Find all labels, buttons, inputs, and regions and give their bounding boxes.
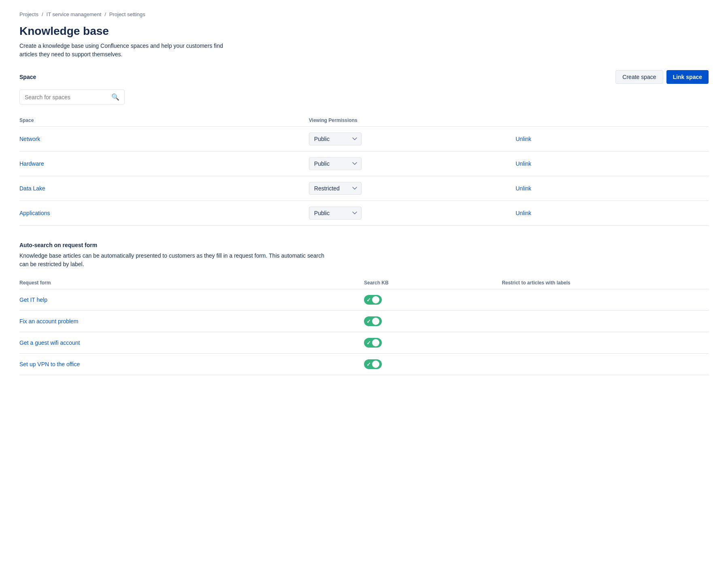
table-row: Get IT help✓ xyxy=(19,289,709,311)
table-row: HardwarePublicRestrictedUnlink xyxy=(19,152,709,176)
permission-select-0[interactable]: PublicRestricted xyxy=(309,132,362,145)
request-form-link-1[interactable]: Fix an account problem xyxy=(19,318,79,325)
space-link-applications[interactable]: Applications xyxy=(19,210,50,216)
create-space-button[interactable]: Create space xyxy=(615,70,663,84)
col-header-actions xyxy=(515,114,709,127)
restrict-labels-2 xyxy=(502,332,709,354)
permission-select-3[interactable]: PublicRestricted xyxy=(309,207,362,220)
unlink-button-2[interactable]: Unlink xyxy=(515,185,531,192)
space-link-hardware[interactable]: Hardware xyxy=(19,160,44,167)
restrict-labels-1 xyxy=(502,311,709,332)
breadcrumb-projects[interactable]: Projects xyxy=(19,11,38,17)
page-description: Create a knowledge base using Confluence… xyxy=(19,42,230,59)
col2-header-restrict: Restrict to articles with labels xyxy=(502,277,709,289)
permission-select-2[interactable]: PublicRestricted xyxy=(309,182,362,195)
breadcrumb: Projects / IT service management / Proje… xyxy=(19,11,709,17)
col2-header-search-kb: Search KB xyxy=(364,277,502,289)
col2-header-form: Request form xyxy=(19,277,364,289)
col-header-permissions: Viewing Permissions xyxy=(309,114,516,127)
unlink-button-3[interactable]: Unlink xyxy=(515,210,531,216)
search-kb-toggle-1[interactable]: ✓ xyxy=(364,316,382,326)
request-form-link-3[interactable]: Set up VPN to the office xyxy=(19,361,80,367)
auto-search-description: Knowledge base articles can be automatic… xyxy=(19,252,327,269)
table-row: Fix an account problem✓ xyxy=(19,311,709,332)
request-form-link-0[interactable]: Get IT help xyxy=(19,297,47,303)
space-section-title: Space xyxy=(19,74,36,80)
search-kb-toggle-3[interactable]: ✓ xyxy=(364,359,382,369)
auto-search-table: Request form Search KB Restrict to artic… xyxy=(19,277,709,375)
auto-search-title: Auto-search on request form xyxy=(19,242,709,248)
space-actions: Create space Link space xyxy=(615,70,709,84)
page-title: Knowledge base xyxy=(19,25,709,38)
table-row: Get a guest wifi account✓ xyxy=(19,332,709,354)
col-header-space: Space xyxy=(19,114,309,127)
space-link-data-lake[interactable]: Data Lake xyxy=(19,185,45,192)
auto-search-section: Auto-search on request form Knowledge ba… xyxy=(19,242,709,375)
restrict-labels-0 xyxy=(502,289,709,311)
space-section-header: Space Create space Link space xyxy=(19,70,709,84)
search-spaces-box: 🔍 xyxy=(19,90,125,105)
space-link-network[interactable]: Network xyxy=(19,136,40,142)
spaces-table: Space Viewing Permissions NetworkPublicR… xyxy=(19,114,709,226)
link-space-button[interactable]: Link space xyxy=(666,70,709,84)
restrict-labels-3 xyxy=(502,354,709,375)
unlink-button-0[interactable]: Unlink xyxy=(515,136,531,142)
table-row: Data LakePublicRestrictedUnlink xyxy=(19,176,709,201)
search-spaces-input[interactable] xyxy=(25,94,111,100)
table-row: ApplicationsPublicRestrictedUnlink xyxy=(19,201,709,226)
search-kb-toggle-0[interactable]: ✓ xyxy=(364,295,382,305)
request-form-link-2[interactable]: Get a guest wifi account xyxy=(19,339,80,346)
unlink-button-1[interactable]: Unlink xyxy=(515,160,531,167)
table-row: NetworkPublicRestrictedUnlink xyxy=(19,127,709,152)
breadcrumb-it-service[interactable]: IT service management xyxy=(47,11,102,17)
table-row: Set up VPN to the office✓ xyxy=(19,354,709,375)
search-kb-toggle-2[interactable]: ✓ xyxy=(364,338,382,348)
breadcrumb-project-settings[interactable]: Project settings xyxy=(109,11,145,17)
breadcrumb-sep-2: / xyxy=(104,11,106,17)
permission-select-1[interactable]: PublicRestricted xyxy=(309,157,362,170)
breadcrumb-sep-1: / xyxy=(42,11,43,17)
search-icon: 🔍 xyxy=(111,93,119,101)
